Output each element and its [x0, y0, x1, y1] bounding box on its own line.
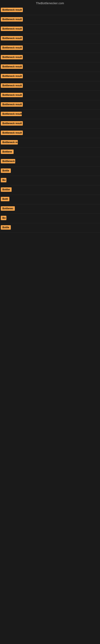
- bottleneck-result-badge[interactable]: Bottlene: [1, 150, 14, 154]
- bottleneck-result-badge[interactable]: Bottleneck result: [1, 83, 23, 88]
- list-item: Bottleneck re: [0, 138, 100, 148]
- bottleneck-result-badge[interactable]: Bottle: [1, 168, 11, 173]
- list-item: Bottleneck result: [0, 100, 100, 110]
- list-item: Bottleneck result: [0, 6, 100, 15]
- list-item: Bottleneck result: [0, 62, 100, 72]
- list-item: Bottler: [0, 185, 100, 195]
- list-item: Bottlene: [0, 148, 100, 157]
- list-item: Bottleneck result: [0, 24, 100, 34]
- list-item: Bo: [0, 214, 100, 223]
- bottleneck-result-badge[interactable]: Bottleneck result: [1, 55, 23, 59]
- list-item: Bottleneck: [0, 157, 100, 166]
- bottleneck-result-badge[interactable]: Bottleneck result: [1, 121, 23, 126]
- bottleneck-result-badge[interactable]: Bottle: [1, 225, 11, 230]
- list-item: Bottleneck result: [0, 91, 100, 100]
- list-item: Bottleneck result: [0, 44, 100, 53]
- list-item: Bottleneck result: [0, 81, 100, 91]
- bottleneck-result-badge[interactable]: Bottleneck result: [1, 93, 23, 97]
- list-item: Bottleneck result: [0, 72, 100, 81]
- bottleneck-result-badge[interactable]: Bottl: [1, 197, 9, 201]
- bottleneck-result-badge[interactable]: Bottleneck re: [1, 140, 18, 144]
- bottleneck-result-badge[interactable]: Bottlenec: [1, 206, 15, 211]
- list-item: Bottl: [0, 195, 100, 204]
- bottleneck-result-badge[interactable]: Bottleneck: [1, 159, 15, 164]
- bottleneck-result-badge[interactable]: Bo: [1, 178, 6, 182]
- bottleneck-result-badge[interactable]: Bo: [1, 216, 6, 220]
- bottleneck-result-badge[interactable]: Bottleneck result: [1, 26, 23, 31]
- list-item: Bottlenec: [0, 204, 100, 214]
- site-title: TheBottlenecker.com: [0, 0, 100, 6]
- bottleneck-result-badge[interactable]: Bottleneck result: [1, 64, 23, 69]
- list-item: Bottleneck result: [0, 119, 100, 128]
- list-item: Bottleneck result: [0, 34, 100, 44]
- bottleneck-result-badge[interactable]: Bottleneck result: [1, 36, 23, 40]
- list-item: Bottle: [0, 223, 100, 233]
- bottleneck-result-badge[interactable]: Bottleneck result: [1, 8, 23, 12]
- list-item: Bo: [0, 176, 100, 185]
- list-item: Bottleneck result: [0, 110, 100, 119]
- bottleneck-result-badge[interactable]: Bottleneck result: [1, 17, 23, 22]
- bottleneck-result-badge[interactable]: Bottleneck result: [1, 102, 23, 107]
- bottleneck-result-badge[interactable]: Bottleneck result: [1, 130, 23, 135]
- list-item: Bottle: [0, 166, 100, 176]
- list-item: Bottleneck result: [0, 128, 100, 138]
- bottleneck-result-badge[interactable]: Bottleneck result: [1, 74, 23, 78]
- bottleneck-result-badge[interactable]: Bottleneck result: [1, 112, 22, 116]
- list-item: Bottleneck result: [0, 53, 100, 62]
- bottleneck-result-badge[interactable]: Bottleneck result: [1, 46, 23, 50]
- bottleneck-result-badge[interactable]: Bottler: [1, 187, 12, 192]
- list-item: Bottleneck result: [0, 15, 100, 24]
